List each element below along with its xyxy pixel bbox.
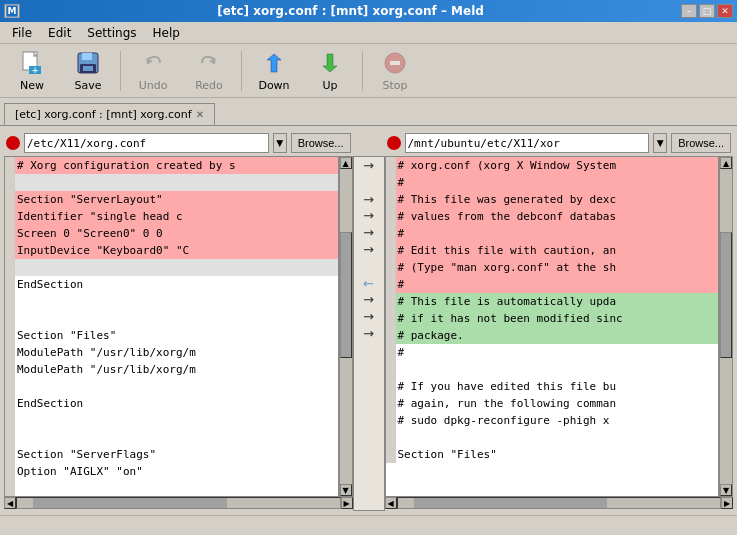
minimize-button[interactable]: – <box>681 4 697 18</box>
save-button[interactable]: Save <box>62 48 114 94</box>
redo-label: Redo <box>195 79 223 92</box>
svg-rect-12 <box>390 61 400 65</box>
save-icon <box>74 49 102 77</box>
tab-xorgconf[interactable]: [etc] xorg.conf : [mnt] xorg.conf ✕ <box>4 103 215 125</box>
left-hscroll-track[interactable] <box>16 497 341 509</box>
gutter-arrow: → <box>354 207 384 224</box>
right-vscroll-track[interactable] <box>720 169 732 484</box>
line-text: # package. <box>396 327 466 344</box>
right-line: # again, run the following comman <box>386 395 719 412</box>
right-line: # This file is automatically upda <box>386 293 719 310</box>
left-path-dropdown[interactable]: ▼ <box>273 133 287 153</box>
menu-settings[interactable]: Settings <box>79 24 144 42</box>
line-marker <box>5 276 15 293</box>
line-marker <box>5 378 15 395</box>
line-marker <box>386 259 396 276</box>
line-text: EndSection <box>15 276 85 293</box>
line-text <box>15 480 19 497</box>
line-text: Identifier "single head c <box>15 208 185 225</box>
left-line: # Xorg configuration created by s <box>5 157 338 174</box>
left-path-input[interactable] <box>24 133 269 153</box>
right-browse-button[interactable]: Browse... <box>671 133 731 153</box>
line-marker <box>386 208 396 225</box>
right-hscroll-right[interactable]: ▶ <box>721 497 733 509</box>
left-line <box>5 412 338 429</box>
titlebar-icon: M <box>4 4 20 18</box>
undo-button[interactable]: Undo <box>127 48 179 94</box>
menu-edit[interactable]: Edit <box>40 24 79 42</box>
left-hscroll-right[interactable]: ▶ <box>341 497 353 509</box>
gutter-arrow <box>354 460 384 477</box>
line-text: # (Type "man xorg.conf" at the sh <box>396 259 619 276</box>
titlebar-title: [etc] xorg.conf : [mnt] xorg.conf – Meld <box>20 4 681 18</box>
statusbar <box>0 515 737 535</box>
right-line: # <box>386 174 719 191</box>
right-vscroll-up[interactable]: ▲ <box>720 157 732 169</box>
gutter-arrow: → <box>354 292 384 309</box>
right-line: # if it has not been modified sinc <box>386 310 719 327</box>
line-marker <box>386 157 396 174</box>
tab-close-button[interactable]: ✕ <box>196 109 204 120</box>
line-marker <box>386 293 396 310</box>
line-text: # Xorg configuration created by s <box>15 157 238 174</box>
menu-file[interactable]: File <box>4 24 40 42</box>
menubar: File Edit Settings Help <box>0 22 737 44</box>
line-text: # again, run the following comman <box>396 395 619 412</box>
svg-text:M: M <box>8 6 17 16</box>
menu-help[interactable]: Help <box>145 24 188 42</box>
left-vscroll[interactable]: ▲ ▼ <box>339 156 353 497</box>
left-vscroll-thumb <box>340 232 352 358</box>
close-button[interactable]: ✕ <box>717 4 733 18</box>
line-text: # xorg.conf (xorg X Window System <box>396 157 619 174</box>
right-vscroll-down[interactable]: ▼ <box>720 484 732 496</box>
line-marker <box>5 344 15 361</box>
left-vscroll-track[interactable] <box>340 169 352 484</box>
line-marker <box>5 157 15 174</box>
left-vscroll-down[interactable]: ▼ <box>340 484 352 496</box>
down-button[interactable]: Down <box>248 48 300 94</box>
left-hscroll-thumb <box>33 498 227 508</box>
line-marker <box>386 378 396 395</box>
left-line: EndSection <box>5 395 338 412</box>
toolbar: + New Save Undo <box>0 44 737 98</box>
line-text: # <box>396 225 407 242</box>
stop-button[interactable]: Stop <box>369 48 421 94</box>
right-line: # If you have edited this file bu <box>386 378 719 395</box>
left-hscroll-left[interactable]: ◀ <box>4 497 16 509</box>
titlebar-controls: – □ ✕ <box>681 4 733 18</box>
gutter-arrow <box>354 174 384 191</box>
titlebar-left: M <box>4 4 20 18</box>
right-hscroll-left[interactable]: ◀ <box>385 497 397 509</box>
right-line: # This file was generated by dexc <box>386 191 719 208</box>
left-vscroll-up[interactable]: ▲ <box>340 157 352 169</box>
right-path-dropdown[interactable]: ▼ <box>653 133 667 153</box>
toolbar-separator-3 <box>362 51 363 91</box>
line-marker <box>5 395 15 412</box>
gutter-arrow <box>354 443 384 460</box>
right-vscroll[interactable]: ▲ ▼ <box>719 156 733 497</box>
gutter-arrow <box>354 392 384 409</box>
stop-label: Stop <box>382 79 407 92</box>
left-panel-header: ▼ Browse... <box>4 130 353 156</box>
line-marker <box>386 174 396 191</box>
left-line: Option "AIGLX" "on" <box>5 463 338 480</box>
right-line: # <box>386 225 719 242</box>
left-browse-button[interactable]: Browse... <box>291 133 351 153</box>
right-panel-header: ▼ Browse... <box>385 130 734 156</box>
undo-label: Undo <box>139 79 168 92</box>
right-hscroll-track[interactable] <box>397 497 722 509</box>
line-marker <box>5 310 15 327</box>
line-text: Section "Files" <box>15 327 118 344</box>
gutter-arrow: → <box>354 191 384 208</box>
maximize-button[interactable]: □ <box>699 4 715 18</box>
redo-button[interactable]: Redo <box>183 48 235 94</box>
line-text: InputDevice "Keyboard0" "C <box>15 242 191 259</box>
left-line <box>5 259 338 276</box>
new-button[interactable]: + New <box>6 48 58 94</box>
right-path-input[interactable] <box>405 133 650 153</box>
toolbar-separator-1 <box>120 51 121 91</box>
up-button[interactable]: Up <box>304 48 356 94</box>
line-marker <box>5 412 15 429</box>
line-text <box>15 174 19 191</box>
gutter-arrow <box>354 342 384 359</box>
